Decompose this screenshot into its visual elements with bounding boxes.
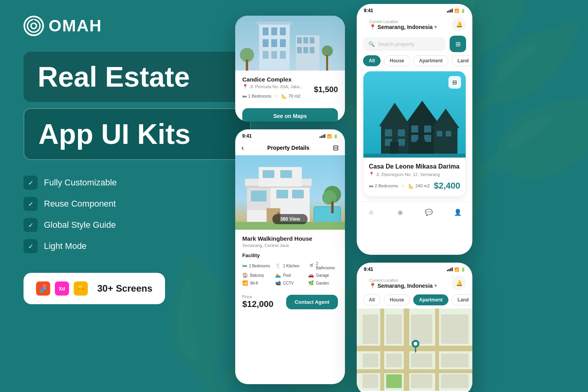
card-address: 📍 Jl. Diponegoro No. 12, Semarang bbox=[369, 172, 460, 177]
card-meta: 🛏2 Bedrooms • 📐240 m2 $2,400 bbox=[369, 181, 460, 191]
hero-title-box-1: Real Estate bbox=[24, 52, 251, 102]
facility-bathrooms: 🚿2 Bathrooms bbox=[308, 261, 338, 270]
svg-rect-51 bbox=[280, 170, 292, 178]
nav-home-icon[interactable]: ⌂ bbox=[366, 207, 377, 218]
feature-label-reuse: Reuse Component bbox=[44, 199, 116, 209]
card-bedrooms: 🛏2 Bedrooms bbox=[369, 183, 398, 188]
check-icon: ✓ bbox=[24, 197, 38, 211]
search-bottom-nav: ⌂ ◉ 💬 👤 bbox=[357, 201, 472, 221]
map-location: Current Location 📍 Semarang, Indonesia ▾ bbox=[363, 276, 443, 291]
svg-marker-11 bbox=[79, 287, 83, 291]
nav-chat-icon[interactable]: 💬 bbox=[423, 207, 434, 218]
search-icon: 🔍 bbox=[368, 41, 375, 47]
see-maps-button[interactable]: See on Maps bbox=[242, 108, 338, 122]
facility-garden: 🌿Garden bbox=[308, 280, 338, 286]
svg-rect-18 bbox=[280, 27, 286, 35]
xd-icon: Xd bbox=[55, 281, 69, 296]
save-icon[interactable]: ⊟ bbox=[333, 143, 339, 152]
card-price: $2,400 bbox=[434, 181, 460, 191]
svg-rect-56 bbox=[331, 201, 334, 213]
filter-button[interactable]: ⊞ bbox=[450, 36, 466, 52]
price-label: Price bbox=[242, 294, 274, 299]
property-title: Mark Walkingberd House bbox=[242, 235, 338, 242]
sketch-icon bbox=[74, 281, 88, 296]
search-header: Current Location 📍 Semarang, Indonesia ▾… bbox=[357, 15, 472, 33]
map-tab-house[interactable]: House bbox=[384, 294, 410, 305]
property-location: Semarang, Central Java bbox=[242, 243, 338, 248]
check-icon: ✓ bbox=[24, 218, 38, 232]
map-status-icons: 📶 🔋 bbox=[447, 267, 465, 272]
filter-tab-apartment[interactable]: Apartment bbox=[413, 55, 448, 66]
feature-item-customizable: ✓ Fully Customizable bbox=[24, 176, 251, 190]
feature-item-style: ✓ Global Style Guide bbox=[24, 218, 251, 232]
listing-area: 📐70 m2 bbox=[281, 94, 301, 99]
search-status-time: 9:41 bbox=[364, 8, 373, 13]
svg-rect-2 bbox=[33, 20, 34, 23]
status-bar: 9:41 📶 🔋 bbox=[235, 129, 345, 140]
filter-tab-house[interactable]: House bbox=[384, 55, 410, 66]
nav-compass-icon[interactable]: ◉ bbox=[395, 207, 406, 218]
notification-bell-icon[interactable]: 🔔 bbox=[452, 17, 466, 31]
map-tab-apartment[interactable]: Apartment bbox=[413, 294, 448, 305]
svg-rect-27 bbox=[297, 37, 302, 44]
svg-rect-17 bbox=[271, 27, 277, 35]
filter-tab-all[interactable]: All bbox=[363, 55, 381, 66]
contact-agent-button[interactable]: Contact Agent bbox=[286, 295, 338, 309]
property-body: Mark Walkingberd House Semarang, Central… bbox=[235, 230, 345, 311]
svg-rect-88 bbox=[363, 354, 378, 367]
map-loc-value: 📍 Semarang, Indonesia ▾ bbox=[369, 283, 437, 289]
listing-info: Candice Complex 📍 Jl. Pemuda No. 63A, Ja… bbox=[235, 71, 345, 108]
card-body: Casa De Leone Mikasa Darima 📍 Jl. Dipone… bbox=[363, 158, 466, 196]
search-input[interactable]: 🔍 Search property bbox=[363, 37, 446, 51]
back-button[interactable]: ‹ bbox=[241, 144, 244, 152]
svg-rect-34 bbox=[246, 60, 248, 71]
facility-balcony: 🏠Balcony bbox=[242, 272, 272, 278]
map-tab-all[interactable]: All bbox=[363, 294, 381, 305]
search-status-bar: 9:41 📶 🔋 bbox=[357, 4, 472, 15]
svg-point-1 bbox=[31, 23, 36, 29]
listing-image bbox=[235, 16, 345, 71]
svg-rect-92 bbox=[363, 374, 378, 388]
search-placeholder: Search property bbox=[378, 41, 414, 47]
svg-point-55 bbox=[322, 191, 336, 205]
loc-label: Current Location bbox=[369, 20, 437, 24]
filter-tab-land[interactable]: Land bbox=[452, 55, 472, 66]
hero-line-2: App UI Kits bbox=[38, 120, 236, 148]
phone-search: 9:41 📶 🔋 Current Location 📍 bbox=[357, 4, 472, 255]
loc-value: 📍 Semarang, Indonesia ▾ bbox=[369, 24, 437, 30]
svg-rect-31 bbox=[303, 47, 308, 53]
card-image: ⊟ bbox=[363, 71, 466, 158]
svg-rect-95 bbox=[441, 374, 468, 388]
svg-rect-24 bbox=[280, 51, 286, 59]
svg-rect-25 bbox=[257, 22, 292, 25]
svg-rect-71 bbox=[424, 125, 431, 132]
map-bell-icon[interactable]: 🔔 bbox=[452, 276, 466, 290]
nav-user-icon[interactable]: 👤 bbox=[452, 207, 463, 218]
facility-cctv: 📹CCTV bbox=[275, 280, 305, 286]
svg-rect-94 bbox=[411, 374, 432, 388]
feature-label-light: Light Mode bbox=[44, 241, 87, 251]
svg-rect-96 bbox=[386, 374, 402, 388]
svg-rect-22 bbox=[263, 51, 269, 59]
hero-line-1: Real Estate bbox=[38, 63, 237, 91]
facility-grid: 🛏2 Bedrooms 🍴1 Kitchen 🚿2 Bathrooms 🏠Bal… bbox=[242, 261, 338, 286]
svg-rect-20 bbox=[271, 39, 277, 47]
right-phone-column: 9:41 📶 🔋 Current Location 📍 bbox=[357, 4, 472, 392]
feature-item-reuse: ✓ Reuse Component bbox=[24, 197, 251, 211]
feature-label-customizable: Fully Customizable bbox=[44, 178, 117, 188]
logo-icon bbox=[24, 16, 44, 36]
svg-point-98 bbox=[414, 342, 417, 346]
svg-rect-16 bbox=[263, 27, 269, 35]
feature-label-style: Global Style Guide bbox=[44, 220, 116, 230]
check-icon: ✓ bbox=[24, 239, 38, 253]
status-time: 9:41 bbox=[242, 133, 252, 139]
listing-bedrooms: 🛏1 Bedrooms bbox=[242, 94, 271, 98]
phone-details: 9:41 📶 🔋 ‹ Property Details ⊟ bbox=[235, 129, 345, 384]
svg-rect-91 bbox=[441, 354, 468, 367]
listing-name: Candice Complex bbox=[242, 76, 303, 83]
svg-rect-83 bbox=[435, 309, 439, 391]
search-bar: 🔍 Search property ⊞ bbox=[357, 36, 472, 52]
map-tab-land[interactable]: Land bbox=[452, 294, 472, 305]
view-360-button[interactable]: 360 View bbox=[272, 214, 308, 224]
card-save-button[interactable]: ⊟ bbox=[448, 76, 461, 89]
